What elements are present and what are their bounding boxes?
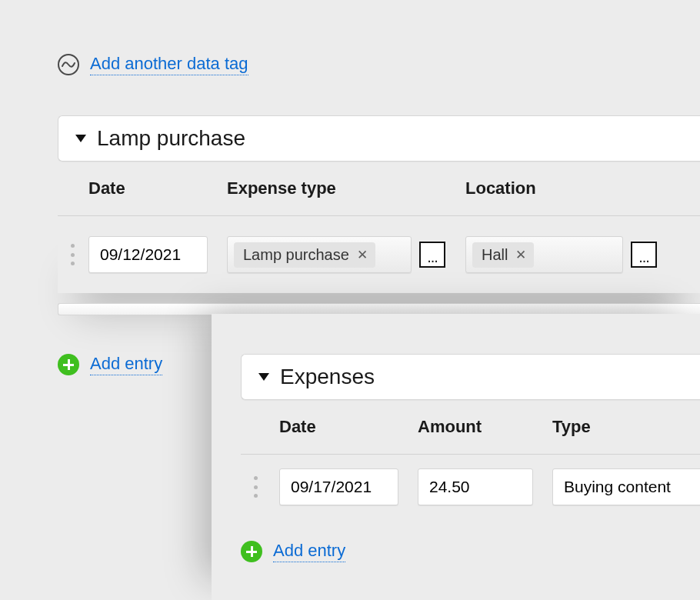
panel-header: Lamp purchase xyxy=(58,115,700,162)
chip-label: Lamp purchase xyxy=(243,246,349,264)
add-entry-row: Add entry xyxy=(58,354,162,375)
panel-body: Date Expense type Location Lamp purchase… xyxy=(58,162,700,293)
col-amount-header: Amount xyxy=(418,417,552,437)
add-data-tag-row: Add another data tag xyxy=(58,54,248,75)
table-row xyxy=(241,455,700,519)
panel-header: Expenses xyxy=(241,354,700,400)
location-chip: Hall ✕ xyxy=(472,242,534,268)
expense-type-tagbox[interactable]: Lamp purchase ✕ xyxy=(227,236,412,273)
column-headers: Date Expense type Location xyxy=(58,162,700,216)
expense-type-field: Lamp purchase ✕ ... xyxy=(227,236,465,273)
column-headers: Date Amount Type xyxy=(241,400,700,455)
date-field[interactable] xyxy=(279,468,398,505)
add-entry-link[interactable]: Add entry xyxy=(90,354,162,375)
location-field: Hall ✕ ... xyxy=(465,236,700,273)
collapse-toggle-icon[interactable] xyxy=(258,373,269,381)
add-data-tag-link[interactable]: Add another data tag xyxy=(90,54,248,75)
location-more-button[interactable]: ... xyxy=(631,242,657,268)
table-row: Lamp purchase ✕ ... Hall ✕ ... xyxy=(58,216,700,293)
col-expense-type-header: Expense type xyxy=(227,178,465,198)
expenses-panel: Expenses Date Amount Type Add entry xyxy=(212,314,700,600)
chip-remove-icon[interactable]: ✕ xyxy=(515,248,526,262)
chip-remove-icon[interactable]: ✕ xyxy=(357,248,368,262)
panel-title: Lamp purchase xyxy=(97,126,245,151)
add-entry-link[interactable]: Add entry xyxy=(273,541,345,562)
plus-circle-icon[interactable] xyxy=(241,541,262,562)
expense-type-more-button[interactable]: ... xyxy=(419,242,445,268)
amount-field[interactable] xyxy=(418,468,533,505)
type-field[interactable] xyxy=(552,468,700,505)
lamp-purchase-panel: Lamp purchase Date Expense type Location… xyxy=(58,115,700,293)
panel-title: Expenses xyxy=(280,365,375,389)
add-entry-row: Add entry xyxy=(241,541,700,562)
drag-handle-icon[interactable] xyxy=(248,476,262,498)
col-type-header: Type xyxy=(552,417,700,437)
drag-handle-icon[interactable] xyxy=(65,244,79,265)
wave-circle-icon xyxy=(58,54,79,75)
expense-type-chip: Lamp purchase ✕ xyxy=(234,242,375,268)
date-field[interactable] xyxy=(88,236,208,273)
col-date-header: Date xyxy=(88,178,227,198)
col-location-header: Location xyxy=(465,178,700,198)
plus-circle-icon[interactable] xyxy=(58,354,79,375)
chip-label: Hall xyxy=(482,246,508,264)
col-date-header: Date xyxy=(279,417,418,437)
location-tagbox[interactable]: Hall ✕ xyxy=(465,236,623,273)
collapse-toggle-icon[interactable] xyxy=(75,135,86,142)
